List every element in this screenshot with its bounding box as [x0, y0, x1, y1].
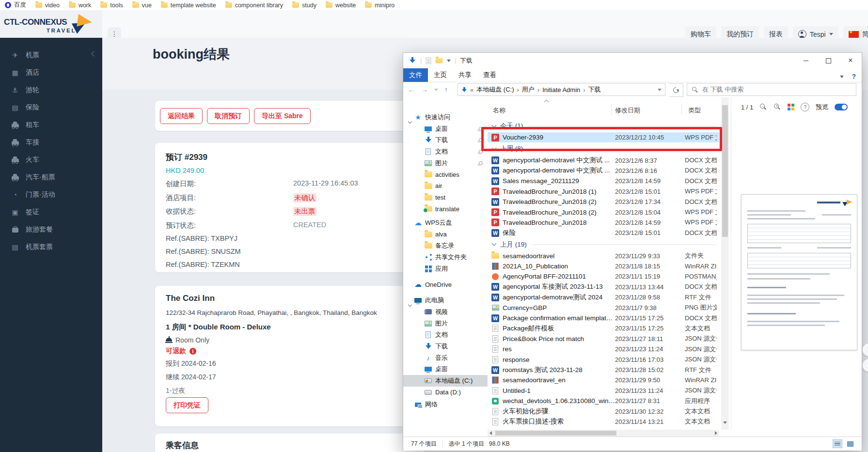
file-row[interactable]: Wagencyportal-demotrave测试 20242023/11/28…	[488, 292, 719, 302]
sidebar-item-酒店[interactable]: ▦酒店	[0, 64, 102, 81]
file-row[interactable]: PTraveleadBrochure_Jun20182023/12/8 14:5…	[488, 218, 719, 228]
sidebar-item-游轮[interactable]: ⚓游轮	[0, 81, 102, 99]
vertical-scrollbar[interactable]	[721, 97, 729, 430]
info-icon[interactable]: i	[189, 348, 196, 355]
nav-item-文档[interactable]: 文档	[403, 146, 488, 157]
file-row[interactable]: response2023/11/16 17:03JSON 源文件	[488, 354, 719, 364]
back-icon[interactable]: ←	[408, 86, 415, 94]
nav-item-OneDrive[interactable]: OneDrive	[403, 279, 488, 291]
file-row[interactable]: 2021A_10_Publication2023/11/8 18:15WinRA…	[488, 261, 719, 271]
preview-toggle[interactable]	[835, 104, 848, 110]
nav-item-test[interactable]: test	[403, 192, 488, 203]
sidebar-item-火车[interactable]: 火车	[0, 151, 102, 169]
nav-item-共享文件夹[interactable]: 共享文件夹	[403, 251, 488, 263]
ribbon-tab-查看[interactable]: 查看	[477, 68, 502, 82]
address-segment[interactable]: 下载	[588, 85, 601, 94]
nav-item-translate[interactable]: translate	[403, 203, 488, 215]
ribbon-tab-文件[interactable]: 文件	[403, 68, 428, 82]
wps-grid-icon[interactable]	[788, 104, 794, 110]
nav-item-alva[interactable]: alva	[403, 229, 488, 240]
up-icon[interactable]: ↑	[444, 86, 448, 94]
sidebar-item-汽车·船票[interactable]: 汽车·船票	[0, 169, 102, 186]
ribbon-tab-共享[interactable]: 共享	[453, 68, 477, 82]
file-row[interactable]: wechat_devtools_1.06.2310080_win32...202…	[488, 396, 719, 406]
file-row[interactable]: WSales message_202111292023/12/8 14:59DO…	[488, 176, 719, 186]
preview-help-icon[interactable]: ?	[801, 103, 809, 111]
file-row[interactable]: PVoucher-29392023/12/12 10:45WPS PDF 文档	[488, 132, 719, 142]
file-row[interactable]: WTraveleadBrochure_Jun2018 (2)2023/12/8 …	[488, 197, 719, 207]
minimize-button[interactable]	[795, 53, 817, 68]
address-segment[interactable]: 用户	[522, 85, 535, 94]
nav-item-文档[interactable]: 文档	[403, 329, 488, 341]
scrollbar-thumb[interactable]	[722, 105, 728, 237]
action-button[interactable]: 取消预订	[207, 108, 250, 124]
nav-item-此电脑[interactable]: 此电脑	[403, 295, 488, 306]
group-header[interactable]: 今天 (1)	[488, 120, 719, 132]
sidebar-item-机票[interactable]: ✈机票	[0, 47, 102, 64]
nav-item-音乐[interactable]: 音乐	[403, 352, 488, 364]
sidebar-item-旅游套餐[interactable]: 旅游套餐	[0, 221, 102, 238]
quick-access-chevron-icon[interactable]	[447, 60, 451, 62]
nav-item-下载[interactable]: 下载	[403, 341, 488, 352]
sidebar-item-租车[interactable]: 租车	[0, 116, 102, 134]
nav-item-视频[interactable]: 视频	[403, 306, 488, 318]
bookmark-item[interactable]: template website	[161, 2, 216, 9]
ribbon-tab-主页[interactable]: 主页	[428, 68, 453, 82]
file-row[interactable]: Wagencyportal-demotravel 中文测试 ...2023/12…	[488, 166, 719, 176]
quick-access-doc-icon[interactable]	[426, 57, 431, 64]
sidebar-item-车接[interactable]: 车接	[0, 134, 102, 151]
address-segment[interactable]: 本地磁盘 (C:)	[476, 85, 514, 94]
nav-item-备忘录[interactable]: 备忘录	[403, 240, 488, 252]
ribbon-collapse-icon[interactable]	[840, 76, 844, 78]
bookmark-item[interactable]: minipro	[365, 2, 395, 9]
file-row[interactable]: sesamedoortravel2023/11/29 9:33文件夹	[488, 251, 719, 261]
logo[interactable]: CTL-CONNEXUS TRAVEL	[0, 10, 102, 38]
bookmark-item[interactable]: tools	[100, 2, 123, 9]
nav-item-下载[interactable]: 下载	[403, 134, 488, 146]
nav-item-air[interactable]: air	[403, 180, 488, 192]
refresh-button[interactable]	[669, 83, 683, 97]
file-row[interactable]: res2023/11/23 11:24JSON 源文件	[488, 344, 719, 354]
file-row[interactable]: Currency=GBP2023/11/7 9:38PNG 图片文件	[488, 302, 719, 312]
nav-item-快速访问[interactable]: 快速访问	[403, 111, 488, 123]
address-dropdown-icon[interactable]	[658, 89, 662, 91]
action-button[interactable]: 返回结果	[160, 108, 203, 124]
nav-item-WPS云盘[interactable]: WPS云盘	[403, 217, 488, 229]
search-box[interactable]: 在 下载 中搜索	[687, 83, 856, 96]
close-button[interactable]: ×	[839, 53, 862, 68]
file-row[interactable]: Wagencyportal-demotravel 中文测试 ...2023/12…	[488, 155, 719, 165]
file-row[interactable]: sesamedoortravel_en2023/11/29 9:50WinRAR…	[488, 375, 719, 385]
nav-item-桌面[interactable]: 桌面	[403, 123, 488, 135]
nav-item-图片[interactable]: 图片	[403, 318, 488, 329]
address-bar[interactable]: « 本地磁盘 (C:)›用户›Initiate Admin›下载	[458, 83, 665, 96]
file-row[interactable]: Price&Book Price not match2023/11/27 18:…	[488, 334, 719, 344]
bookmark-item[interactable]: video	[35, 2, 60, 9]
column-header-name[interactable]: 名称	[493, 106, 505, 115]
group-header[interactable]: 上月 (19)	[488, 238, 719, 251]
thumbnail-view-icon[interactable]	[845, 439, 855, 448]
bookmark-item[interactable]: component library	[225, 2, 283, 9]
sidebar-item-保险[interactable]: ▤保险	[0, 99, 102, 116]
h-scrollbar-thumb[interactable]	[495, 431, 616, 436]
action-button[interactable]: 导出至 Sabre	[254, 108, 311, 124]
details-view-icon[interactable]	[833, 439, 842, 448]
history-chevron-icon[interactable]	[434, 89, 438, 91]
document-preview-thumbnail[interactable]	[741, 194, 857, 350]
file-row[interactable]: 火车初始化步骤2023/11/30 12:32文本文档	[488, 406, 719, 416]
sidebar-item-门票·活动[interactable]: ◔门票·活动	[0, 186, 102, 203]
file-row[interactable]: PTraveleadBrochure_Jun2018 (2)2023/12/8 …	[488, 207, 719, 217]
address-segment[interactable]: Initiate Admin	[542, 86, 580, 94]
file-row[interactable]: Wroomstays 测试 2023-11-282023/11/28 15:02…	[488, 365, 719, 375]
file-row[interactable]: WPackage confirmation email template...2…	[488, 313, 719, 323]
file-row[interactable]: Wagencyportal 车接测试 2023-11-132023/11/13 …	[488, 282, 719, 292]
nav-item-网络[interactable]: 网络	[403, 399, 488, 411]
explorer-titlebar[interactable]: | | 下载 ×	[403, 53, 862, 68]
zoom-out-icon[interactable]: -	[759, 103, 767, 111]
nav-item-桌面[interactable]: 桌面	[403, 363, 488, 375]
edge-widget-button[interactable]: ‹	[862, 343, 868, 357]
nav-item-图片[interactable]: 图片	[403, 157, 488, 169]
print-voucher-button[interactable]: 打印凭证	[166, 397, 208, 413]
file-row[interactable]: 火车票接口描述-搜索2023/11/14 13:21文本文档	[488, 417, 719, 427]
edge-widget-button[interactable]: ‹	[862, 358, 868, 372]
file-row[interactable]: Package邮件模板2023/11/15 17:25文本文档	[488, 323, 719, 333]
